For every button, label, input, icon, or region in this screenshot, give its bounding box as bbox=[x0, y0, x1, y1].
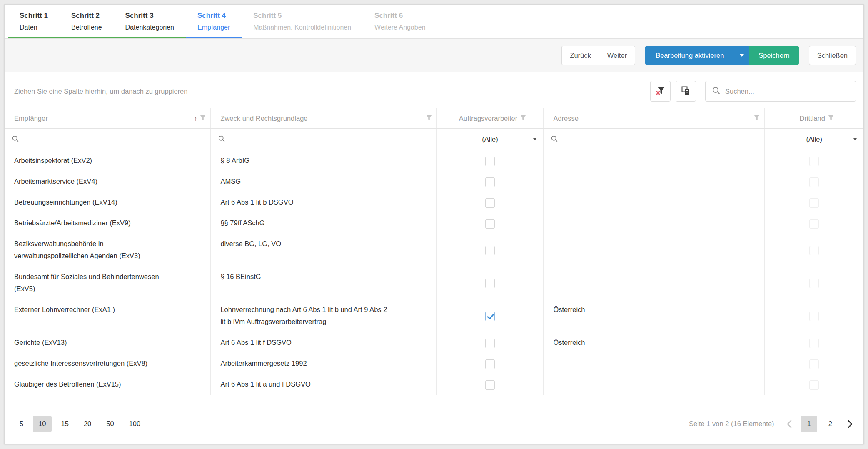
search-icon bbox=[12, 135, 19, 144]
column-label: Adresse bbox=[553, 115, 579, 122]
nav-button-group: Zurück Weiter bbox=[561, 46, 635, 65]
cell-zweck: Arbeiterkammergesetz 1992 bbox=[211, 353, 436, 374]
cell-drittland bbox=[765, 374, 863, 395]
filter-icon[interactable] bbox=[520, 115, 526, 122]
page-size-15[interactable]: 15 bbox=[56, 416, 74, 432]
cell-empfaenger: Externer Lohnverrechner (ExA1 ) bbox=[5, 299, 211, 332]
cell-zweck: Art 6 Abs 1 lit f DSGVO bbox=[211, 332, 436, 353]
page-button-1[interactable]: 1 bbox=[801, 416, 817, 432]
filter-input-empfaenger[interactable] bbox=[23, 135, 210, 144]
column-label: Auftragsverarbeiter bbox=[459, 115, 517, 122]
tab-schritt-1[interactable]: Schritt 1 Daten bbox=[8, 5, 60, 38]
auftragsverarbeiter-checkbox[interactable] bbox=[485, 177, 495, 187]
page-size-10[interactable]: 10 bbox=[33, 416, 51, 432]
cell-drittland bbox=[765, 213, 863, 234]
auftragsverarbeiter-checkbox[interactable] bbox=[485, 246, 495, 255]
filter-input-zweck[interactable] bbox=[229, 135, 436, 144]
filter-row: (Alle) (Alle) bbox=[5, 129, 863, 150]
search-box bbox=[705, 81, 856, 102]
step-subtitle: Maßnahmen, Kontrolldefinitionen bbox=[253, 24, 351, 31]
close-button[interactable]: Schließen bbox=[809, 46, 856, 65]
column-chooser-button[interactable] bbox=[676, 81, 696, 102]
auftragsverarbeiter-checkbox[interactable] bbox=[485, 198, 495, 208]
cell-auftragsverarbeiter bbox=[436, 353, 544, 374]
step-title: Schritt 6 bbox=[374, 12, 425, 20]
auftragsverarbeiter-checkbox[interactable] bbox=[485, 312, 495, 321]
page-size-5[interactable]: 5 bbox=[14, 416, 29, 432]
clear-filter-button[interactable] bbox=[650, 81, 671, 102]
step-subtitle: Daten bbox=[20, 24, 48, 31]
filter-icon[interactable] bbox=[753, 115, 760, 122]
column-header-adresse[interactable]: Adresse bbox=[544, 108, 765, 129]
filter-select-auftragsverarbeiter[interactable]: (Alle) bbox=[437, 135, 544, 143]
tab-schritt-5: Schritt 5 Maßnahmen, Kontrolldefinitione… bbox=[242, 5, 363, 38]
cell-empfaenger: Gläubiger des Betroffenen (ExV15) bbox=[5, 374, 211, 395]
next-button[interactable]: Weiter bbox=[599, 46, 635, 65]
drittland-checkbox bbox=[809, 359, 819, 369]
column-header-auftragsverarbeiter[interactable]: Auftragsverarbeiter bbox=[436, 108, 544, 129]
tab-schritt-3[interactable]: Schritt 3 Datenkategorien bbox=[114, 5, 186, 38]
cell-adresse bbox=[544, 353, 765, 374]
header-row: Empfänger ↑ Zweck und Rechtsgrundlage bbox=[5, 108, 863, 129]
clear-filter-icon bbox=[656, 87, 665, 96]
auftragsverarbeiter-checkbox[interactable] bbox=[485, 380, 495, 390]
tab-schritt-2[interactable]: Schritt 2 Betroffene bbox=[60, 5, 114, 38]
save-button[interactable]: Speichern bbox=[749, 46, 798, 65]
table-row: gesetzliche Interessensvertretungen (ExV… bbox=[5, 353, 863, 374]
cell-empfaenger: Betreuungseinrichtungen (ExV14) bbox=[5, 192, 211, 213]
drittland-checkbox bbox=[809, 198, 819, 208]
column-chooser-icon bbox=[681, 86, 691, 97]
page-size-20[interactable]: 20 bbox=[78, 416, 97, 432]
auftragsverarbeiter-checkbox[interactable] bbox=[485, 157, 495, 166]
back-button[interactable]: Zurück bbox=[561, 46, 599, 65]
column-header-empfaenger[interactable]: Empfänger ↑ bbox=[5, 108, 211, 129]
enable-edit-button[interactable]: Bearbeitung aktivieren bbox=[645, 46, 734, 65]
cell-empfaenger: Betriebsärzte/Arbeitsmediziner (ExV9) bbox=[5, 213, 211, 234]
table-body: Arbeitsinspektorat (ExV2)§ 8 ArbIGArbeit… bbox=[5, 150, 863, 395]
page-size-100[interactable]: 100 bbox=[124, 416, 146, 432]
group-panel-hint: Ziehen Sie eine Spalte hierhin, um danac… bbox=[14, 87, 187, 95]
enable-edit-dropdown-button[interactable] bbox=[734, 46, 749, 65]
cell-adresse: Österreich bbox=[544, 299, 765, 332]
filter-select-drittland[interactable]: (Alle) bbox=[765, 135, 863, 143]
step-title: Schritt 5 bbox=[253, 12, 351, 20]
cell-zweck: diverse BG, LG, VO bbox=[211, 234, 436, 267]
grid-header-panel: Ziehen Sie eine Spalte hierhin, um danac… bbox=[5, 72, 863, 108]
cell-auftragsverarbeiter bbox=[436, 299, 544, 332]
search-input[interactable] bbox=[720, 87, 851, 96]
filter-icon[interactable] bbox=[200, 115, 206, 122]
cell-adresse bbox=[544, 374, 765, 395]
filter-icon[interactable] bbox=[828, 115, 834, 122]
auftragsverarbeiter-checkbox[interactable] bbox=[485, 219, 495, 229]
page-button-2[interactable]: 2 bbox=[822, 416, 838, 432]
table-row: Betreuungseinrichtungen (ExV14)Art 6 Abs… bbox=[5, 192, 863, 213]
action-toolbar: Zurück Weiter Bearbeitung aktivieren Spe… bbox=[5, 39, 863, 72]
auftragsverarbeiter-checkbox[interactable] bbox=[485, 279, 495, 288]
column-header-drittland[interactable]: Drittland bbox=[765, 108, 863, 129]
table-row: Gerichte (ExV13)Art 6 Abs 1 lit f DSGVOÖ… bbox=[5, 332, 863, 353]
chevron-down-icon bbox=[853, 138, 857, 140]
cell-empfaenger: Gerichte (ExV13) bbox=[5, 332, 211, 353]
page-buttons: 12 bbox=[801, 416, 838, 432]
step-title: Schritt 3 bbox=[125, 12, 174, 20]
page-size-50[interactable]: 50 bbox=[101, 416, 119, 432]
cell-zweck: AMSG bbox=[211, 171, 436, 192]
drittland-checkbox bbox=[809, 339, 819, 348]
step-subtitle: Empfänger bbox=[197, 24, 230, 31]
filter-select-value: (Alle) bbox=[482, 135, 498, 143]
column-header-zweck[interactable]: Zweck und Rechtsgrundlage bbox=[211, 108, 436, 129]
pager-navigation: Seite 1 von 2 (16 Elemente) 12 bbox=[689, 416, 855, 432]
cell-zweck: § 8 ArbIG bbox=[211, 150, 436, 172]
tab-schritt-4[interactable]: Schritt 4 Empfänger bbox=[186, 5, 242, 38]
column-label: Zweck und Rechtsgrundlage bbox=[220, 115, 307, 122]
edit-save-group: Bearbeitung aktivieren Speichern bbox=[645, 46, 799, 65]
filter-select-value: (Alle) bbox=[806, 135, 822, 143]
drittland-checkbox bbox=[809, 246, 819, 255]
cell-zweck: Art 6 Abs 1 lit b DSGVO bbox=[211, 192, 436, 213]
auftragsverarbeiter-checkbox[interactable] bbox=[485, 359, 495, 369]
filter-input-adresse[interactable] bbox=[562, 135, 764, 144]
cell-drittland bbox=[765, 234, 863, 267]
filter-icon[interactable] bbox=[426, 115, 432, 122]
auftragsverarbeiter-checkbox[interactable] bbox=[485, 339, 495, 348]
next-page-button[interactable] bbox=[845, 418, 855, 430]
